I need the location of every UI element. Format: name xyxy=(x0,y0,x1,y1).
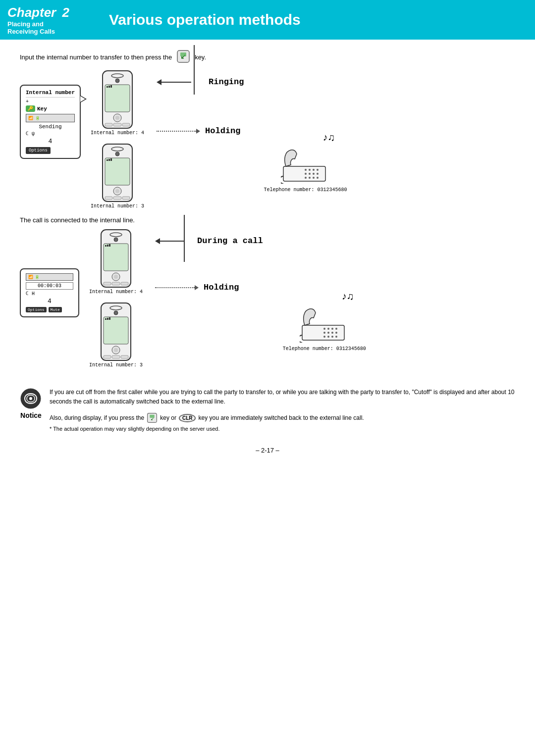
transfer-key-icon: ↙ xyxy=(176,50,190,65)
also-text-end: key you are immediately switched back to… xyxy=(198,414,364,421)
svg-point-38 xyxy=(313,177,315,179)
svg-rect-13 xyxy=(113,123,121,126)
clr-button: CLR xyxy=(179,414,196,422)
page-title-area: Various operation methods xyxy=(99,0,301,40)
svg-text:↙: ↙ xyxy=(151,417,154,421)
phone1-label-top: Internal number: 4 xyxy=(91,130,144,136)
main-content: Input the internal number to transfer to… xyxy=(0,40,535,474)
chapter-label: Chapter 2 xyxy=(7,5,92,20)
svg-rect-58 xyxy=(109,317,110,320)
music-notes-1: ♪♫ xyxy=(323,132,335,143)
mute-btn[interactable]: Mute xyxy=(51,307,60,312)
svg-point-74 xyxy=(327,336,329,338)
phone3-label: Internal number: 4 xyxy=(89,289,143,295)
subtitle-line2: Receiving Calls xyxy=(7,28,92,35)
svg-rect-27 xyxy=(283,166,325,181)
svg-rect-18 xyxy=(105,158,130,185)
svg-rect-62 xyxy=(112,355,120,358)
call-time: 00:00:03 xyxy=(26,282,73,290)
phones-section: Internal number: 4 xyxy=(91,70,144,209)
desk-phone-1 xyxy=(281,144,330,184)
holding-text-1: Holding xyxy=(205,126,240,136)
svg-rect-57 xyxy=(107,318,108,320)
svg-point-33 xyxy=(309,173,311,175)
svg-rect-14 xyxy=(122,123,130,126)
page-number: – 2-17 – xyxy=(20,447,515,464)
also-text: Also, during display, if you press the xyxy=(50,414,144,421)
signal-icon: 📶 xyxy=(28,116,33,120)
battery-icon: 🔋 xyxy=(35,116,40,120)
asterisk-note: * The actual operation may vary slightly… xyxy=(50,426,515,432)
svg-point-17 xyxy=(115,152,119,156)
svg-point-48 xyxy=(114,275,118,279)
phone-ui-display-2: 📶 🔋 00:00:03 ℂ H 4 Options Mute xyxy=(20,268,79,317)
svg-rect-26 xyxy=(122,197,130,200)
connected-text: The call is connected to the internal li… xyxy=(20,216,515,224)
svg-rect-12 xyxy=(105,123,112,126)
svg-point-42 xyxy=(114,238,118,242)
svg-rect-6 xyxy=(105,85,130,112)
notice-speaker-icon xyxy=(20,388,42,410)
during-call-text: During a call xyxy=(197,236,263,246)
svg-point-30 xyxy=(313,169,315,171)
music-notes-2: ♪♫ xyxy=(342,291,354,302)
svg-rect-25 xyxy=(113,197,121,200)
desk-phone-2 xyxy=(300,303,349,343)
section1-diagram: Internal number + 🔑 Key 📶 🔋 Sending ℂ ψ … xyxy=(20,70,515,209)
phones-section-2: Internal number: 4 xyxy=(89,229,143,368)
svg-rect-61 xyxy=(104,355,111,358)
svg-rect-51 xyxy=(121,282,128,285)
svg-rect-9 xyxy=(110,85,112,88)
bubble-internal-label: Internal number xyxy=(26,90,75,98)
svg-rect-24 xyxy=(105,197,112,200)
phone4-label: Internal number: 3 xyxy=(89,362,143,368)
signal-icon-2: 📶 xyxy=(28,275,33,279)
transfer-key-icon-2: ↙ xyxy=(147,412,158,423)
svg-point-71 xyxy=(331,332,333,334)
sending-label: Sending xyxy=(26,124,75,130)
svg-point-29 xyxy=(309,169,311,171)
svg-point-76 xyxy=(335,336,337,338)
svg-point-23 xyxy=(115,189,119,193)
chapter-info: Chapter 2 Placing and Receiving Calls xyxy=(0,0,99,40)
also-text-mid: key or xyxy=(160,414,176,421)
svg-point-73 xyxy=(323,336,325,338)
svg-rect-44 xyxy=(105,245,107,247)
svg-rect-19 xyxy=(107,159,108,161)
green-key-icon: 🔑 xyxy=(26,105,35,112)
svg-point-32 xyxy=(305,173,307,175)
svg-point-34 xyxy=(313,173,315,175)
notice-content: If you are cut off from the first caller… xyxy=(50,388,515,432)
mobile-phone-1 xyxy=(100,70,135,129)
svg-point-31 xyxy=(317,169,319,171)
svg-point-5 xyxy=(115,79,119,83)
phone2-label-top: Internal number: 3 xyxy=(91,203,144,209)
svg-rect-21 xyxy=(110,158,112,161)
svg-rect-49 xyxy=(104,282,111,285)
svg-point-65 xyxy=(323,328,325,330)
svg-rect-2 xyxy=(180,52,186,56)
svg-point-75 xyxy=(331,336,333,338)
svg-rect-7 xyxy=(107,86,108,88)
svg-rect-43 xyxy=(104,244,128,271)
phone-ui-bubble: Internal number + 🔑 Key 📶 🔋 Sending ℂ ψ … xyxy=(20,85,81,159)
transfer-indicator: ℂ ψ xyxy=(26,131,35,137)
options-btn-2[interactable]: Options xyxy=(28,307,45,312)
mobile-phone-4 xyxy=(99,302,133,361)
display-number: 4 xyxy=(26,298,73,305)
right-diagram-2: During a call Holding xyxy=(155,236,263,292)
holding-text-2: Holding xyxy=(204,283,239,292)
mobile-phone-3 xyxy=(99,229,133,288)
bubble-title-text: Internal number xyxy=(26,90,75,96)
ringing-text: Ringing xyxy=(209,77,244,87)
svg-point-28 xyxy=(305,169,307,171)
svg-point-66 xyxy=(327,328,329,330)
telephone-number-2: Telephone number: 0312345680 xyxy=(283,346,366,352)
key-label: Key xyxy=(37,106,47,112)
svg-rect-8 xyxy=(108,86,110,88)
options-btn-1[interactable]: Options xyxy=(29,148,48,153)
subtitle-line1: Placing and xyxy=(7,20,92,28)
desk-phone-section-2: ♪♫ T xyxy=(283,303,366,352)
notice-text: If you are cut off from the first caller… xyxy=(50,388,515,406)
svg-rect-63 xyxy=(121,355,128,358)
